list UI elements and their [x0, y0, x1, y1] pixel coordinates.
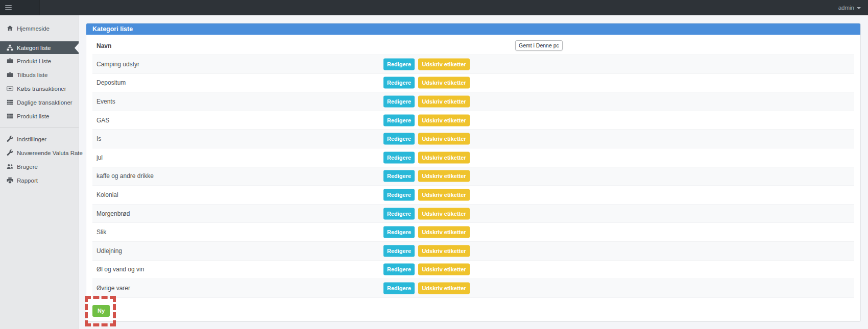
category-name: Øvrige varer	[97, 285, 130, 292]
print-labels-button[interactable]: Udskriv etiketter	[418, 226, 469, 238]
category-name: Is	[97, 135, 101, 142]
category-name: GAS	[97, 117, 109, 124]
sidebar-item-label: Købs transaktioner	[17, 86, 66, 92]
sidebar-item-indstillinger[interactable]: Indstillinger	[0, 132, 79, 146]
briefcase-icon	[5, 58, 14, 64]
table-row: GAS Redigere Udskriv etiketter	[92, 111, 854, 130]
edit-button[interactable]: Redigere	[383, 208, 415, 219]
row-actions: Redigere Udskriv etiketter	[383, 170, 472, 182]
table-row: Depositum Redigere Udskriv etiketter	[92, 74, 854, 93]
print-labels-button[interactable]: Udskriv etiketter	[418, 170, 469, 182]
logo-area	[0, 0, 40, 15]
sidebar-item-kobs-transaktioner[interactable]: Købs transaktioner	[0, 82, 79, 95]
print-labels-button[interactable]: Udskriv etiketter	[418, 77, 469, 89]
sidebar-item-label: Kategori liste	[17, 45, 51, 51]
row-actions: Redigere Udskriv etiketter	[383, 133, 472, 145]
edit-button[interactable]: Redigere	[383, 114, 415, 126]
row-actions: Redigere Udskriv etiketter	[383, 58, 472, 70]
print-labels-button[interactable]: Udskriv etiketter	[418, 245, 469, 257]
print-labels-button[interactable]: Udskriv etiketter	[418, 282, 469, 294]
home-icon	[5, 25, 14, 32]
print-labels-button[interactable]: Udskriv etiketter	[418, 189, 469, 200]
panel-footer: Ny	[92, 305, 860, 317]
category-name: Kolonial	[97, 191, 118, 198]
row-actions: Redigere Udskriv etiketter	[383, 77, 472, 89]
category-table-body: Camping udstyr Redigere Udskriv etikette…	[92, 55, 854, 298]
top-navbar: admin	[0, 0, 868, 15]
row-actions: Redigere Udskriv etiketter	[383, 208, 472, 219]
edit-button[interactable]: Redigere	[383, 264, 415, 275]
category-name: Morgenbrød	[97, 210, 130, 217]
briefcase-icon	[5, 71, 14, 78]
sidebar-item-produkt-liste-2[interactable]: Produkt liste	[0, 109, 79, 123]
print-labels-button[interactable]: Udskriv etiketter	[418, 95, 469, 107]
new-category-button[interactable]: Ny	[92, 305, 110, 317]
table-row: Øvrige varer Redigere Udskriv etiketter	[92, 279, 854, 298]
edit-button[interactable]: Redigere	[383, 95, 415, 107]
chevron-down-icon	[857, 7, 861, 9]
sidebar-item-label: Daglige transaktioner	[17, 99, 73, 106]
table-row: kaffe og andre drikke Redigere Udskriv e…	[92, 167, 854, 186]
sidebar-item-daglige-transaktioner[interactable]: Daglige transaktioner	[0, 95, 79, 109]
category-name: Slik	[97, 229, 106, 236]
wrench-icon	[5, 149, 14, 156]
print-labels-button[interactable]: Udskriv etiketter	[418, 114, 469, 126]
category-name: Depositum	[97, 79, 126, 86]
sidebar-nav: Hjemmeside Kategori liste Produkt Liste …	[0, 15, 79, 329]
edit-button[interactable]: Redigere	[383, 133, 415, 145]
money-icon	[5, 85, 14, 92]
wrench-icon	[5, 136, 14, 142]
sidebar-item-label: Hjemmeside	[17, 26, 50, 32]
row-actions: Redigere Udskriv etiketter	[383, 189, 472, 200]
row-actions: Redigere Udskriv etiketter	[383, 245, 472, 257]
print-labels-button[interactable]: Udskriv etiketter	[418, 58, 469, 70]
print-labels-button[interactable]: Udskriv etiketter	[418, 208, 469, 219]
sidebar-item-valuta-rate[interactable]: Nuværeende Valuta Rate	[0, 146, 79, 160]
row-actions: Redigere Udskriv etiketter	[383, 226, 472, 238]
sidebar-item-rapport[interactable]: Rapport	[0, 173, 79, 187]
sidebar-item-label: Produkt Liste	[17, 58, 51, 64]
row-actions: Redigere Udskriv etiketter	[383, 264, 472, 275]
edit-button[interactable]: Redigere	[383, 282, 415, 294]
sidebar-item-brugere[interactable]: Brugere	[0, 160, 79, 173]
table-row: Udlejning Redigere Udskriv etiketter	[92, 242, 854, 261]
category-name: Udlejning	[97, 247, 122, 255]
print-icon	[5, 177, 14, 184]
list-icon	[5, 99, 14, 106]
table-row: Camping udstyr Redigere Udskriv etikette…	[92, 55, 854, 74]
table-row: Events Redigere Udskriv etiketter	[92, 92, 854, 111]
edit-button[interactable]: Redigere	[383, 189, 415, 200]
edit-button[interactable]: Redigere	[383, 226, 415, 238]
table-row: Is Redigere Udskriv etiketter	[92, 130, 854, 148]
sidebar-item-produkt-liste-1[interactable]: Produkt Liste	[0, 54, 79, 68]
sidebar-divider	[0, 128, 79, 128]
row-actions: Redigere Udskriv etiketter	[383, 282, 472, 294]
sidebar-item-label: Nuværeende Valuta Rate	[17, 150, 83, 156]
category-list-panel: Kategori liste Navn Camping udstyr Redig…	[86, 23, 861, 322]
row-actions: Redigere Udskriv etiketter	[383, 114, 472, 126]
hamburger-menu-icon[interactable]	[5, 5, 12, 10]
user-dropdown-label: admin	[838, 5, 854, 11]
user-dropdown[interactable]: admin	[838, 0, 861, 15]
sidebar-item-label: Tilbuds liste	[17, 72, 47, 78]
edit-button[interactable]: Redigere	[383, 77, 415, 89]
sidebar-item-label: Brugere	[17, 164, 38, 170]
sidebar-item-hjemmeside[interactable]: Hjemmeside	[0, 20, 79, 37]
edit-button[interactable]: Redigere	[383, 58, 415, 70]
print-labels-button[interactable]: Udskriv etiketter	[418, 264, 469, 275]
edit-button[interactable]: Redigere	[383, 151, 415, 163]
print-labels-button[interactable]: Udskriv etiketter	[418, 133, 469, 145]
users-icon	[5, 163, 14, 170]
edit-button[interactable]: Redigere	[383, 170, 415, 182]
table-row: Øl og vand og vin Redigere Udskriv etike…	[92, 261, 854, 280]
row-actions: Redigere Udskriv etiketter	[383, 151, 472, 163]
category-name: Events	[97, 98, 115, 105]
list-icon	[5, 113, 14, 119]
print-labels-button[interactable]: Udskriv etiketter	[418, 151, 469, 163]
edit-button[interactable]: Redigere	[383, 245, 415, 257]
table-row: jul Redigere Udskriv etiketter	[92, 148, 854, 167]
sidebar-item-tilbuds-liste[interactable]: Tilbuds liste	[0, 68, 79, 82]
column-header-navn: Navn	[92, 35, 854, 55]
sidebar-item-kategori-liste[interactable]: Kategori liste	[0, 41, 79, 54]
row-actions: Redigere Udskriv etiketter	[383, 95, 472, 107]
